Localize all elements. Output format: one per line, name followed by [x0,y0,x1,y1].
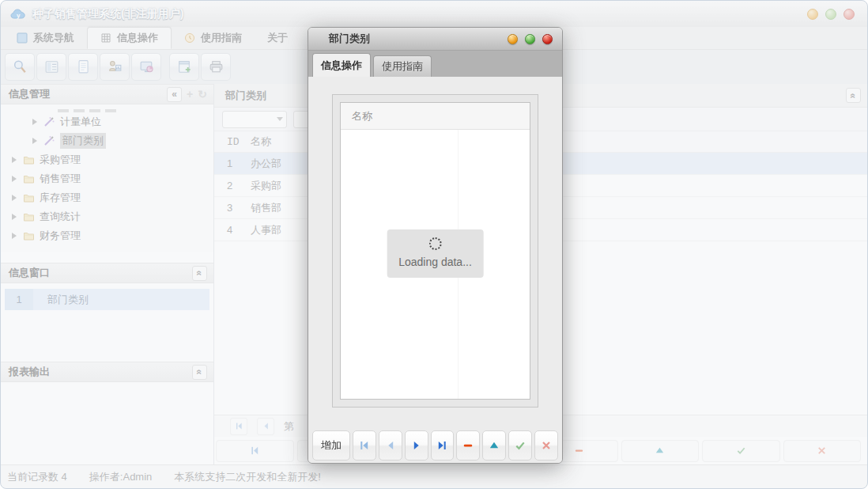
first-page-icon [235,422,243,430]
cell-id: 2 [214,180,251,191]
collapse-report-button[interactable]: « [192,365,207,380]
dialog-tab-label: 使用指南 [382,59,423,74]
prev-record-button[interactable] [379,430,402,461]
expand-arrow-icon[interactable] [32,119,37,125]
app-title: 种子销售管理系统(非注册用户) [32,7,183,21]
record-cancel-button[interactable] [783,440,862,462]
next-record-button[interactable] [405,430,428,461]
folder-icon [23,230,35,241]
tree-item-stock[interactable]: 库存管理 [1,188,213,207]
windows-panel-header: 信息窗口 « [1,263,213,283]
expand-arrow-icon[interactable] [12,214,17,220]
document-icon [75,59,92,75]
search-icon [12,59,28,75]
cell-id: 3 [214,202,251,214]
next-page-icon [411,440,422,451]
form-view-button[interactable] [36,53,66,81]
first-record-button[interactable] [353,430,376,461]
report-panel-header: 报表输出 « [1,362,213,382]
confirm-icon [736,445,746,456]
close-button[interactable] [843,9,855,20]
cancel-button[interactable] [534,430,558,461]
printer-button[interactable] [201,53,231,81]
minimize-button[interactable] [807,9,818,20]
dialog-tab-usage-guide[interactable]: 使用指南 [373,55,432,77]
wand-icon [43,135,55,146]
tree-item-query[interactable]: 查询统计 [1,207,213,226]
expand-arrow-icon[interactable] [12,157,17,163]
last-record-button[interactable] [431,430,455,461]
collapse-windows-button[interactable]: « [192,266,207,281]
loading-text: Loading data... [398,256,472,268]
expand-arrow-icon[interactable] [12,195,17,201]
add-button-label: 增加 [321,438,342,453]
spinner-icon [428,237,441,250]
expand-arrow-icon[interactable] [12,233,17,239]
add-node-icon[interactable]: + [187,88,193,100]
tab-label: 关于 [267,31,288,45]
cell-name: 采购部 [251,179,281,193]
tree-item-purchase[interactable]: 采购管理 [1,150,213,169]
tab-usage-guide[interactable]: 使用指南 [172,27,255,49]
confirm-button[interactable] [508,430,532,461]
tree-item-label: 销售管理 [40,172,81,186]
collapse-sidebar-button[interactable]: « [167,87,182,102]
window-item-number: 1 [5,289,33,310]
remove-record-button[interactable] [456,430,480,461]
tree-item-unit[interactable]: 计量单位 [1,112,213,131]
monitor-chart-button[interactable] [131,53,161,81]
window-add-button[interactable] [169,53,199,81]
dialog-titlebar: 部门类别 [308,28,562,51]
dialog-close-button[interactable] [542,34,553,44]
maximize-button[interactable] [825,9,836,20]
tree-item-finance[interactable]: 财务管理 [1,226,213,245]
tree-item-dept[interactable]: 部门类别 [1,131,213,150]
record-confirm-button[interactable] [702,440,780,462]
open-windows-list: 1 部门类别 [1,283,213,362]
folder-icon [23,211,35,222]
remove-icon [574,445,584,456]
record-up-button[interactable] [621,440,700,462]
filter-field-select[interactable] [222,111,287,128]
expand-arrow-icon[interactable] [12,176,17,182]
page-first-button[interactable] [230,418,247,435]
tab-info-ops[interactable]: 信息操作 [87,27,172,49]
page-prev-button[interactable] [257,418,274,435]
record-first-button[interactable] [216,440,294,462]
window-item-label: 部门类别 [33,289,209,310]
chevron-down-icon [277,117,283,121]
tree-item-label: 库存管理 [40,191,81,205]
dialog-tab-info-ops[interactable]: 信息操作 [312,53,371,77]
dialog-maximize-button[interactable] [525,34,535,44]
square-icon [17,32,28,44]
list-item[interactable]: 1 部门类别 [5,289,209,310]
tab-label: 信息操作 [117,31,158,45]
monitor-chart-icon [138,59,155,75]
tree-item-sales[interactable]: 销售管理 [1,169,213,188]
user-report-button[interactable] [100,53,130,81]
add-button[interactable]: 增加 [312,430,350,461]
tab-label: 系统导航 [33,31,74,45]
folder-icon [23,154,35,165]
dialog-button-bar: 增加 [308,426,562,464]
move-up-button[interactable] [482,430,506,461]
tab-system-nav[interactable]: 系统导航 [4,27,87,49]
report-panel-title: 报表输出 [9,365,50,379]
nav-tree: 计量单位 部门类别 采购管理 销售管理 [1,104,213,252]
cancel-icon [817,445,827,456]
collapse-content-button[interactable]: « [846,88,861,103]
cell-name: 销售部 [251,201,281,215]
cancel-icon [541,440,552,451]
dialog-tabbar: 信息操作 使用指南 [308,51,562,77]
document-button[interactable] [68,53,98,81]
dialog-column-name: 名称 [352,109,372,123]
refresh-icon[interactable]: ↻ [198,88,207,100]
search-button[interactable] [5,53,35,81]
dialog-title: 部门类别 [329,32,370,46]
column-id: ID [214,136,251,148]
windows-panel-title: 信息窗口 [9,266,50,280]
dialog-minimize-button[interactable] [508,34,518,44]
expand-arrow-icon[interactable] [32,138,37,144]
dept-category-dialog: 部门类别 信息操作 使用指南 名称 [308,27,563,464]
tab-about[interactable]: 关于 [255,27,300,49]
